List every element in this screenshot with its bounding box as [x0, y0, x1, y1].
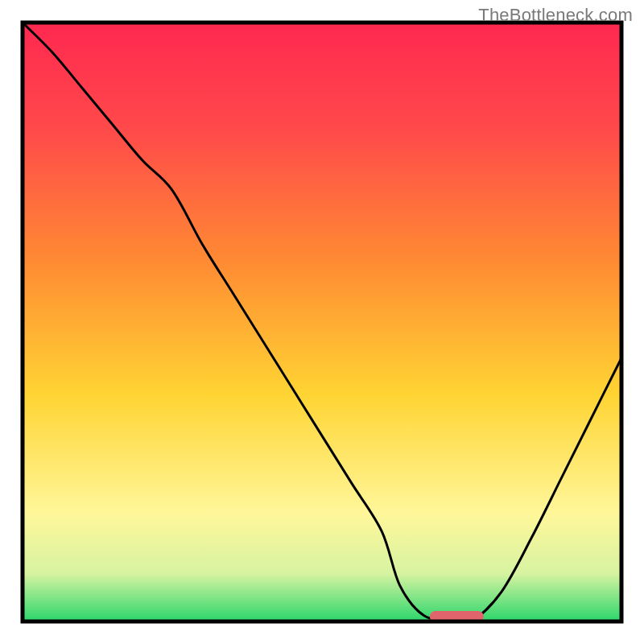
watermark-text: TheBottleneck.com — [478, 5, 633, 26]
bottleneck-chart: TheBottleneck.com — [0, 0, 644, 644]
chart-svg — [0, 0, 644, 644]
plot-background — [23, 23, 621, 621]
